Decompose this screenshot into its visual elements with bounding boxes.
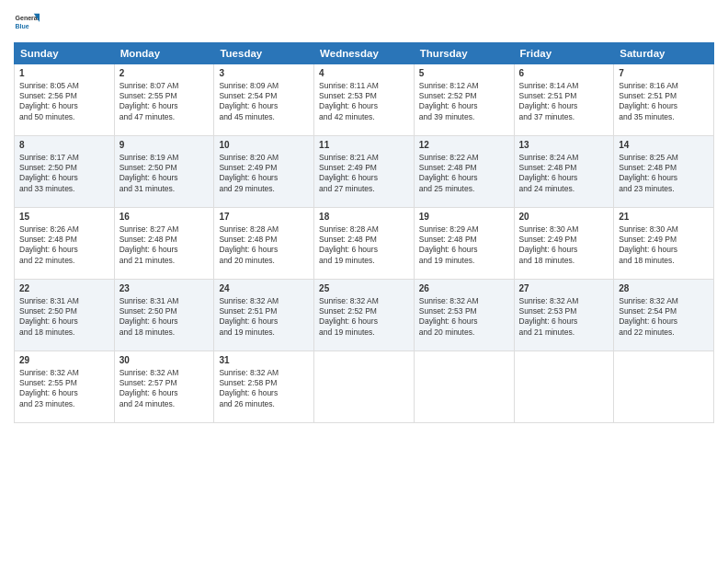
weekday-header-thursday: Thursday [414, 43, 514, 64]
day-number: 17 [219, 211, 309, 224]
svg-rect-0 [14, 9, 40, 35]
calendar-cell: 19Sunrise: 8:29 AMSunset: 2:48 PMDayligh… [414, 208, 514, 280]
calendar-table: SundayMondayTuesdayWednesdayThursdayFrid… [14, 42, 714, 423]
calendar-cell: 15Sunrise: 8:26 AMSunset: 2:48 PMDayligh… [15, 208, 115, 280]
calendar-cell: 4Sunrise: 8:11 AMSunset: 2:53 PMDaylight… [314, 64, 415, 136]
calendar-cell: 11Sunrise: 8:21 AMSunset: 2:49 PMDayligh… [314, 136, 415, 208]
calendar-cell [614, 351, 714, 423]
calendar-cell: 24Sunrise: 8:32 AMSunset: 2:51 PMDayligh… [214, 280, 314, 351]
svg-text:Blue: Blue [16, 23, 29, 29]
day-number: 10 [219, 139, 309, 152]
calendar-cell: 9Sunrise: 8:19 AMSunset: 2:50 PMDaylight… [114, 136, 214, 208]
calendar-cell: 30Sunrise: 8:32 AMSunset: 2:57 PMDayligh… [114, 351, 214, 423]
calendar-cell: 8Sunrise: 8:17 AMSunset: 2:50 PMDaylight… [15, 136, 115, 208]
header: General Blue [14, 9, 714, 35]
weekday-header-saturday: Saturday [614, 43, 714, 64]
calendar-week-row: 29Sunrise: 8:32 AMSunset: 2:55 PMDayligh… [15, 351, 714, 423]
calendar-cell: 13Sunrise: 8:24 AMSunset: 2:48 PMDayligh… [514, 136, 614, 208]
weekday-header-wednesday: Wednesday [314, 43, 415, 64]
day-number: 4 [319, 67, 409, 80]
calendar-week-row: 15Sunrise: 8:26 AMSunset: 2:48 PMDayligh… [15, 208, 714, 280]
day-number: 3 [219, 67, 309, 80]
calendar-cell: 31Sunrise: 8:32 AMSunset: 2:58 PMDayligh… [214, 351, 314, 423]
day-number: 22 [19, 282, 109, 295]
calendar-cell: 16Sunrise: 8:27 AMSunset: 2:48 PMDayligh… [114, 208, 214, 280]
calendar-cell: 7Sunrise: 8:16 AMSunset: 2:51 PMDaylight… [614, 64, 714, 136]
weekday-header-sunday: Sunday [15, 43, 115, 64]
calendar-cell: 1Sunrise: 8:05 AMSunset: 2:56 PMDaylight… [15, 64, 115, 136]
calendar-cell: 17Sunrise: 8:28 AMSunset: 2:48 PMDayligh… [214, 208, 314, 280]
day-number: 2 [119, 67, 210, 80]
calendar-week-row: 1Sunrise: 8:05 AMSunset: 2:56 PMDaylight… [15, 64, 714, 136]
day-number: 26 [419, 282, 509, 295]
day-number: 5 [419, 67, 509, 80]
logo: General Blue [14, 9, 40, 35]
calendar-cell [414, 351, 514, 423]
calendar-cell: 23Sunrise: 8:31 AMSunset: 2:50 PMDayligh… [114, 280, 214, 351]
weekday-header-friday: Friday [514, 43, 614, 64]
calendar-cell [314, 351, 415, 423]
calendar-body: 1Sunrise: 8:05 AMSunset: 2:56 PMDaylight… [15, 64, 714, 423]
day-number: 15 [19, 211, 109, 224]
day-number: 12 [419, 139, 509, 152]
day-number: 1 [19, 67, 109, 80]
day-number: 6 [519, 67, 609, 80]
calendar-cell: 22Sunrise: 8:31 AMSunset: 2:50 PMDayligh… [15, 280, 115, 351]
day-number: 9 [119, 139, 210, 152]
weekday-header-tuesday: Tuesday [214, 43, 314, 64]
day-number: 11 [319, 139, 409, 152]
calendar-cell: 10Sunrise: 8:20 AMSunset: 2:49 PMDayligh… [214, 136, 314, 208]
day-number: 27 [519, 282, 609, 295]
calendar-cell: 20Sunrise: 8:30 AMSunset: 2:49 PMDayligh… [514, 208, 614, 280]
day-number: 30 [119, 354, 210, 367]
weekday-header-row: SundayMondayTuesdayWednesdayThursdayFrid… [15, 43, 714, 64]
day-number: 21 [619, 211, 709, 224]
calendar-cell: 2Sunrise: 8:07 AMSunset: 2:55 PMDaylight… [114, 64, 214, 136]
day-number: 14 [619, 139, 709, 152]
calendar-cell: 27Sunrise: 8:32 AMSunset: 2:53 PMDayligh… [514, 280, 614, 351]
calendar-cell: 14Sunrise: 8:25 AMSunset: 2:48 PMDayligh… [614, 136, 714, 208]
day-number: 25 [319, 282, 409, 295]
day-number: 31 [219, 354, 309, 367]
weekday-header-monday: Monday [114, 43, 214, 64]
calendar-cell: 5Sunrise: 8:12 AMSunset: 2:52 PMDaylight… [414, 64, 514, 136]
day-number: 13 [519, 139, 609, 152]
day-number: 19 [419, 211, 509, 224]
day-number: 18 [319, 211, 409, 224]
day-number: 23 [119, 282, 210, 295]
calendar-cell: 28Sunrise: 8:32 AMSunset: 2:54 PMDayligh… [614, 280, 714, 351]
day-number: 29 [19, 354, 109, 367]
calendar-cell: 3Sunrise: 8:09 AMSunset: 2:54 PMDaylight… [214, 64, 314, 136]
calendar-week-row: 22Sunrise: 8:31 AMSunset: 2:50 PMDayligh… [15, 280, 714, 351]
calendar-cell: 12Sunrise: 8:22 AMSunset: 2:48 PMDayligh… [414, 136, 514, 208]
calendar-cell: 21Sunrise: 8:30 AMSunset: 2:49 PMDayligh… [614, 208, 714, 280]
day-number: 16 [119, 211, 210, 224]
day-number: 24 [219, 282, 309, 295]
day-number: 8 [19, 139, 109, 152]
logo-icon: General Blue [14, 9, 40, 35]
calendar-cell: 25Sunrise: 8:32 AMSunset: 2:52 PMDayligh… [314, 280, 415, 351]
calendar-week-row: 8Sunrise: 8:17 AMSunset: 2:50 PMDaylight… [15, 136, 714, 208]
calendar-cell: 18Sunrise: 8:28 AMSunset: 2:48 PMDayligh… [314, 208, 415, 280]
calendar-cell: 26Sunrise: 8:32 AMSunset: 2:53 PMDayligh… [414, 280, 514, 351]
day-number: 28 [619, 282, 709, 295]
page: General Blue SundayMondayTuesdayWednesda… [0, 0, 728, 563]
calendar-cell: 6Sunrise: 8:14 AMSunset: 2:51 PMDaylight… [514, 64, 614, 136]
calendar-cell: 29Sunrise: 8:32 AMSunset: 2:55 PMDayligh… [15, 351, 115, 423]
calendar-cell [514, 351, 614, 423]
day-number: 20 [519, 211, 609, 224]
day-number: 7 [619, 67, 709, 80]
